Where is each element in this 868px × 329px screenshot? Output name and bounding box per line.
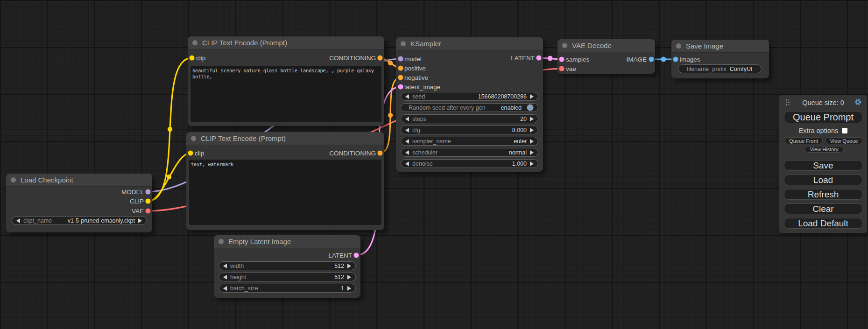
link-midpoint-dot [388,113,393,118]
collapse-dot-icon[interactable] [11,177,16,182]
extra-options-label: Extra options [799,127,839,134]
refresh-button[interactable]: Refresh [784,189,862,200]
node-title: Save Image [686,42,723,50]
cfg-widget[interactable]: cfg 8.000 [401,126,538,134]
queue-menu-panel: Queue size: 0 Queue Prompt Extra options… [779,95,867,233]
input-negative: negative [404,73,428,82]
view-queue-button[interactable]: View Queue [825,137,863,144]
collapse-dot-icon[interactable] [191,136,196,141]
increment-arrow-icon[interactable] [347,286,351,291]
output-conditioning: CONDITIONING [329,149,376,157]
steps-widget[interactable]: steps 20 [401,114,538,123]
save-button[interactable]: Save [784,160,862,171]
input-samples: samples [566,55,589,63]
node-title: KSampler [410,40,441,48]
comfyui-canvas[interactable]: { "port_colors": { "MODEL": "#B39DDB", "… [0,0,868,329]
denoise-widget[interactable]: denoise 1.000 [401,159,538,168]
random-seed-toggle[interactable] [527,104,534,111]
view-history-button[interactable]: View History [804,146,844,153]
link-clip-positive [148,58,192,201]
random-seed-widget[interactable]: Random seed after every gen enabled [401,103,538,112]
increment-arrow-icon[interactable] [530,161,534,166]
seed-widget[interactable]: seed 156680208700286 [401,92,538,101]
decrement-arrow-icon[interactable] [223,264,227,268]
collapse-dot-icon[interactable] [401,41,406,46]
collapse-dot-icon[interactable] [676,43,681,49]
queue-front-button[interactable]: Queue Front [784,137,823,144]
clear-button[interactable]: Clear [784,203,862,214]
node-title: VAE Decode [572,42,612,49]
node-clip-text-encode-positive[interactable]: CLIP Text Encode (Prompt) clip CONDITION… [188,36,384,126]
output-latent: LATENT [511,54,535,62]
height-widget[interactable]: height 512 [219,273,356,281]
output-vae: VAE [132,207,144,215]
node-save-image[interactable]: Save Image images filename_prefix ComfyU… [671,40,769,78]
increment-arrow-icon[interactable] [530,139,534,144]
negative-prompt-textarea[interactable]: text, watermark [189,160,381,225]
node-title: Empty Latent Image [228,238,291,245]
queue-size-label: Queue size: 0 [789,99,858,106]
link-clip-negative [148,153,191,201]
link-midpoint-dot [388,61,393,65]
collapse-dot-icon[interactable] [192,40,198,45]
increment-arrow-icon[interactable] [347,275,351,280]
decrement-arrow-icon[interactable] [405,139,409,144]
node-title: CLIP Text Encode (Prompt) [201,134,286,142]
node-title-bar[interactable]: CLIP Text Encode (Prompt) [186,132,384,145]
decrement-arrow-icon[interactable] [223,275,227,280]
node-title-bar[interactable]: KSampler [396,37,543,50]
decrement-arrow-icon[interactable] [16,218,20,223]
batch-size-widget[interactable]: batch_size 1 [219,284,356,293]
increment-arrow-icon[interactable] [530,117,534,121]
node-load-checkpoint[interactable]: Load Checkpoint MODEL CLIP VAE ckpt_name… [6,174,152,232]
settings-gear-icon[interactable] [854,98,862,106]
node-title: Load Checkpoint [21,176,73,184]
input-images: images [680,55,700,63]
input-latent-image: latent_image [404,83,440,91]
width-widget[interactable]: width 512 [219,261,356,270]
link-midpoint-dot [548,56,553,61]
ckpt-name-widget[interactable]: ckpt_name v1-5-pruned-emaonly.ckpt [12,216,147,225]
node-title-bar[interactable]: Load Checkpoint [6,174,152,187]
node-title: CLIP Text Encode (Prompt) [202,39,287,47]
decrement-arrow-icon[interactable] [405,150,409,155]
scheduler-widget[interactable]: scheduler normal [401,148,538,157]
input-clip: clip [195,149,204,157]
node-empty-latent-image[interactable]: Empty Latent Image LATENT width 512 heig… [214,235,360,298]
decrement-arrow-icon[interactable] [223,286,227,291]
link-midpoint-dot [167,175,171,179]
output-model: MODEL [121,188,144,196]
node-ksampler[interactable]: KSampler model positive negative latent_… [396,37,543,172]
node-clip-text-encode-negative[interactable]: CLIP Text Encode (Prompt) clip CONDITION… [186,132,384,230]
node-vae-decode[interactable]: VAE Decode samples vae IMAGE [557,39,655,74]
input-model: model [404,55,422,63]
filename-prefix-widget[interactable]: filename_prefix ComfyUI [678,64,762,73]
sampler-name-widget[interactable]: sampler_name euler [401,137,538,146]
node-title-bar[interactable]: VAE Decode [557,39,655,52]
collapse-dot-icon[interactable] [219,239,224,244]
output-image: IMAGE [626,55,647,63]
node-title-bar[interactable]: Empty Latent Image [214,235,360,248]
link-midpoint-dot [168,127,172,132]
output-latent: LATENT [328,251,352,259]
collapse-dot-icon[interactable] [562,43,567,48]
queue-prompt-button[interactable]: Queue Prompt [784,111,862,123]
input-vae: vae [566,64,576,73]
node-title-bar[interactable]: CLIP Text Encode (Prompt) [188,36,384,49]
extra-options-checkbox[interactable] [842,128,847,133]
decrement-arrow-icon[interactable] [405,161,409,166]
increment-arrow-icon[interactable] [530,128,534,133]
decrement-arrow-icon[interactable] [405,128,409,133]
decrement-arrow-icon[interactable] [405,94,409,99]
increment-arrow-icon[interactable] [138,218,142,223]
decrement-arrow-icon[interactable] [405,117,409,121]
load-button[interactable]: Load [784,175,862,185]
increment-arrow-icon[interactable] [530,94,534,99]
load-default-button[interactable]: Load Default [784,218,862,229]
input-positive: positive [404,64,426,72]
node-title-bar[interactable]: Save Image [671,40,769,53]
increment-arrow-icon[interactable] [347,264,351,268]
output-clip: CLIP [130,197,144,205]
positive-prompt-textarea[interactable]: beautiful scenery nature glass bottle la… [191,66,381,122]
increment-arrow-icon[interactable] [530,150,534,155]
